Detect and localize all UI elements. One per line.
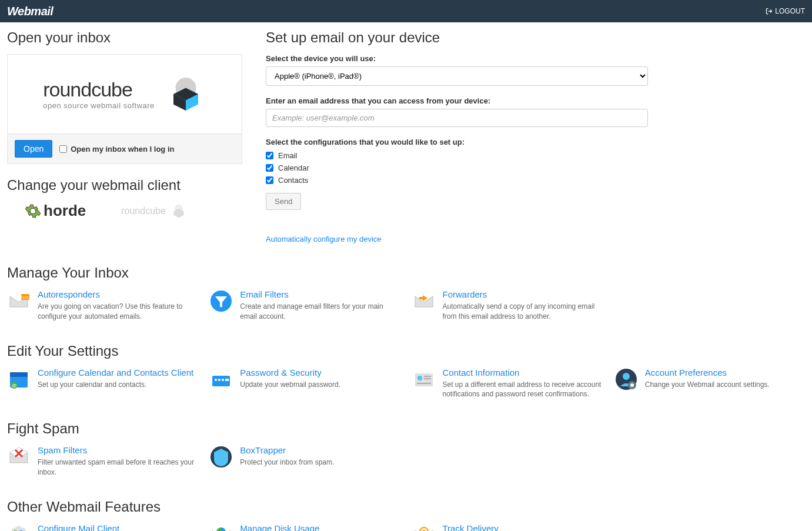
- roundcube-small-label: roundcube: [121, 206, 166, 216]
- open-button[interactable]: Open: [15, 140, 52, 158]
- svg-point-15: [417, 376, 422, 380]
- config-contacts-row[interactable]: Contacts: [266, 176, 648, 185]
- config-calendar-label: Calendar: [278, 163, 309, 172]
- horde-client-option[interactable]: horde: [25, 202, 86, 220]
- roundcube-name: roundcube: [43, 78, 132, 101]
- svg-rect-18: [417, 383, 431, 384]
- roundcube-banner: roundcube open source webmail software: [8, 55, 242, 134]
- section: Edit Your Settings@Configure Calendar an…: [7, 343, 805, 400]
- svg-text:AUTO: AUTO: [21, 296, 31, 299]
- config-contacts-label: Contacts: [278, 176, 308, 185]
- feature-icon: [614, 368, 638, 391]
- feature-icon: [412, 289, 436, 313]
- svg-rect-17: [424, 378, 431, 379]
- feature-title-link[interactable]: Account Preferences: [645, 368, 770, 378]
- top-header: Webmail LOGOUT: [0, 0, 812, 22]
- open-inbox-heading: Open your inbox: [7, 29, 242, 46]
- feature-icon: [412, 368, 436, 391]
- feature-icon: [7, 523, 31, 531]
- feature-desc: Protect your inbox from spam.: [240, 457, 334, 467]
- feature-icon: [209, 523, 233, 531]
- auto-configure-link[interactable]: Automatically configure my device: [266, 235, 382, 243]
- feature-desc: Set up your calendar and contacts.: [38, 380, 193, 390]
- feature-title-link[interactable]: Autoresponders: [38, 289, 198, 299]
- config-email-checkbox[interactable]: [266, 152, 273, 159]
- feature-icon: [209, 445, 233, 469]
- feature-icon: [412, 523, 436, 531]
- feature-title-link[interactable]: Password & Security: [240, 368, 340, 378]
- svg-point-12: [222, 379, 224, 381]
- roundcube-client-option[interactable]: roundcube: [121, 202, 187, 220]
- email-input[interactable]: [266, 109, 648, 127]
- feature-desc: Filter unwanted spam email before it rea…: [38, 457, 198, 477]
- svg-point-20: [623, 373, 630, 380]
- svg-point-10: [215, 379, 217, 381]
- section: Fight SpamSpam FiltersFilter unwanted sp…: [7, 420, 805, 477]
- logout-button[interactable]: LOGOUT: [766, 7, 805, 15]
- feature-item: Manage Disk UsageDelete old messages fro…: [209, 523, 400, 531]
- feature-title-link[interactable]: Email Filters: [240, 289, 400, 299]
- device-label: Select the device you will use:: [266, 54, 648, 63]
- email-label: Enter an email address that you can acce…: [266, 96, 648, 105]
- feature-icon: @: [7, 368, 31, 391]
- auto-open-label: Open my inbox when I log in: [71, 145, 174, 153]
- roundcube-icon: [165, 74, 206, 115]
- feature-title-link[interactable]: Configure Mail Client: [38, 523, 166, 531]
- feature-title-link[interactable]: Track Delivery: [443, 523, 546, 531]
- device-select[interactable]: Apple® (iPhone®, iPad®): [266, 66, 648, 86]
- feature-item: Account PreferencesChange your Webmail a…: [614, 368, 805, 400]
- svg-point-11: [218, 379, 220, 381]
- config-email-row[interactable]: Email: [266, 151, 648, 160]
- webmail-logo: Webmail: [7, 5, 53, 18]
- horde-gear-icon: [25, 203, 41, 219]
- feature-desc: Set up a different email address to rece…: [443, 380, 603, 400]
- feature-desc: Automatically send a copy of any incomin…: [443, 302, 603, 322]
- logout-icon: [766, 8, 773, 15]
- config-email-label: Email: [278, 151, 298, 160]
- feature-item: Configure Mail ClientSet up your email a…: [7, 523, 198, 531]
- auto-open-checkbox-row[interactable]: Open my inbox when I log in: [59, 145, 174, 153]
- config-contacts-checkbox[interactable]: [266, 176, 273, 184]
- svg-text:@: @: [12, 383, 16, 388]
- feature-desc: Update your webmail password.: [240, 380, 340, 390]
- horde-label: horde: [44, 202, 86, 220]
- setup-heading: Set up email on your device: [266, 29, 648, 46]
- feature-title-link[interactable]: Spam Filters: [38, 445, 198, 455]
- send-button[interactable]: Send: [266, 193, 301, 210]
- feature-item: @Configure Calendar and Contacts ClientS…: [7, 368, 198, 400]
- roundcube-tagline: open source webmail software: [43, 101, 155, 110]
- config-calendar-row[interactable]: Calendar: [266, 163, 648, 172]
- feature-item: Contact InformationSet up a different em…: [412, 368, 603, 400]
- change-client-heading: Change your webmail client: [7, 177, 242, 193]
- svg-rect-16: [424, 376, 431, 377]
- feature-item: Spam FiltersFilter unwanted spam email b…: [7, 445, 198, 477]
- section: Manage Your InboxAUTOAutorespondersAre y…: [7, 265, 805, 322]
- feature-item: Track DeliveryReview an email's delivery…: [412, 523, 603, 531]
- svg-point-22: [630, 383, 634, 387]
- section: Other Webmail FeaturesConfigure Mail Cli…: [7, 499, 805, 531]
- section-heading: Edit Your Settings: [7, 343, 805, 359]
- feature-desc: Change your Webmail account settings.: [645, 380, 770, 390]
- feature-title-link[interactable]: Configure Calendar and Contacts Client: [38, 368, 193, 378]
- feature-desc: Create and manage email filters for your…: [240, 302, 400, 322]
- feature-title-link[interactable]: BoxTrapper: [240, 445, 334, 455]
- feature-item: AUTOAutorespondersAre you going on vacat…: [7, 289, 198, 322]
- svg-rect-14: [415, 373, 433, 386]
- section-heading: Other Webmail Features: [7, 499, 805, 515]
- feature-title-link[interactable]: Manage Disk Usage: [240, 523, 400, 531]
- feature-icon: AUTO: [7, 289, 31, 313]
- feature-item: Email FiltersCreate and manage email fil…: [209, 289, 400, 322]
- feature-icon: [7, 445, 31, 469]
- feature-title-link[interactable]: Forwarders: [443, 289, 603, 299]
- roundcube-small-icon: [171, 203, 187, 219]
- feature-icon: [209, 289, 233, 313]
- auto-open-checkbox[interactable]: [59, 145, 67, 153]
- feature-title-link[interactable]: Contact Information: [443, 368, 603, 378]
- section-heading: Manage Your Inbox: [7, 265, 805, 281]
- feature-desc: Are you going on vacation? Use this feat…: [38, 302, 198, 322]
- svg-rect-13: [225, 379, 229, 381]
- svg-rect-6: [10, 372, 28, 377]
- feature-icon: [209, 368, 233, 391]
- feature-item: ForwardersAutomatically send a copy of a…: [412, 289, 603, 322]
- config-calendar-checkbox[interactable]: [266, 164, 273, 172]
